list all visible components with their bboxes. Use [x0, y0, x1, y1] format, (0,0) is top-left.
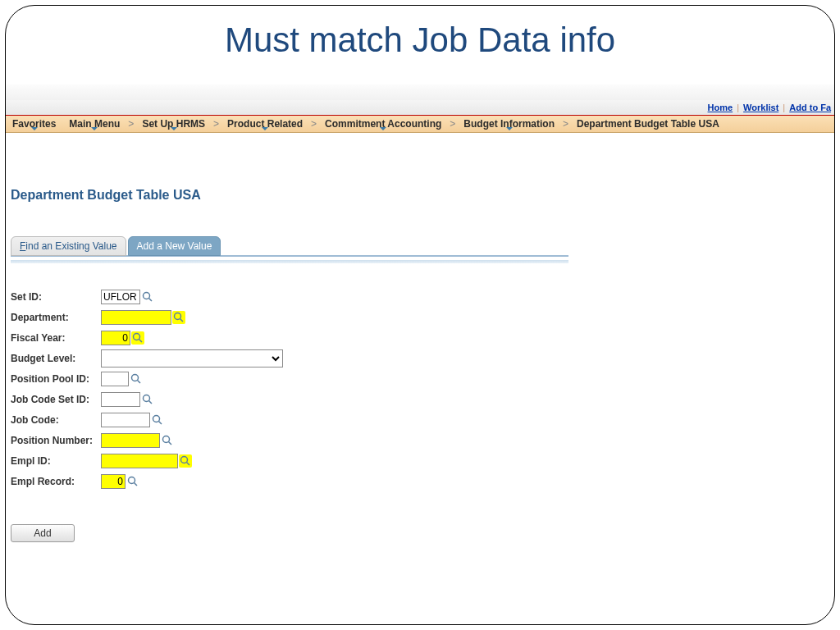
svg-line-15: [187, 462, 190, 465]
svg-line-13: [169, 441, 172, 445]
job-code-set-id-input[interactable]: [101, 392, 140, 407]
svg-point-12: [163, 436, 170, 442]
label-empl-record: Empl Record:: [11, 476, 101, 487]
tab-underline: [11, 260, 568, 263]
position-number-input[interactable]: [101, 433, 160, 448]
position-pool-id-input[interactable]: [101, 372, 129, 386]
svg-line-7: [138, 380, 141, 383]
home-link[interactable]: Home: [708, 103, 733, 112]
breadcrumb-separator: >: [126, 118, 135, 130]
set-id-input[interactable]: [101, 290, 140, 304]
breadcrumb-separator: >: [561, 118, 570, 130]
label-job-code-set-id: Job Code Set ID:: [11, 394, 101, 405]
svg-point-16: [129, 477, 135, 483]
label-position-pool-id: Position Pool ID:: [11, 373, 101, 385]
breadcrumb-separator: >: [309, 118, 318, 130]
label-budget-level: Budget Level:: [11, 353, 101, 364]
header-links: Home | Worklist | Add to Fa: [6, 100, 834, 115]
lookup-icon[interactable]: [131, 331, 144, 345]
lookup-icon[interactable]: [126, 475, 139, 488]
add-button[interactable]: Add: [11, 524, 75, 542]
breadcrumb: Favorites Main Menu > Set Up HRMS > Prod…: [6, 115, 834, 133]
empl-id-input[interactable]: [101, 454, 178, 468]
label-fiscal-year: Fiscal Year:: [11, 332, 101, 344]
breadcrumb-product-related[interactable]: Product Related: [221, 118, 309, 130]
page-content: Department Budget Table USA Find an Exis…: [6, 137, 834, 624]
tab-find-existing-value[interactable]: Find an Existing Value: [11, 236, 126, 256]
add-to-favorites-link[interactable]: Add to Fa: [789, 103, 831, 112]
label-department: Department:: [11, 312, 101, 323]
lookup-icon[interactable]: [141, 393, 154, 406]
svg-point-2: [175, 313, 181, 319]
label-set-id: Set ID:: [11, 291, 101, 303]
header-gradient: [6, 84, 834, 100]
job-code-input[interactable]: [101, 413, 150, 427]
svg-point-8: [144, 395, 150, 401]
lookup-icon[interactable]: [130, 372, 143, 386]
lookup-icon[interactable]: [179, 454, 192, 468]
department-input[interactable]: [101, 310, 171, 325]
svg-point-0: [144, 292, 150, 299]
svg-line-3: [180, 318, 184, 322]
label-empl-id: Empl ID:: [11, 455, 101, 467]
breadcrumb-separator: >: [448, 118, 457, 130]
worklist-link[interactable]: Worklist: [743, 103, 778, 112]
tab-label-rest: ind an Existing Value: [25, 240, 116, 252]
svg-line-9: [149, 400, 153, 404]
svg-point-4: [134, 333, 140, 340]
breadcrumb-current[interactable]: Department Budget Table USA: [570, 118, 726, 130]
page-title: Department Budget Table USA: [11, 188, 829, 203]
link-separator: |: [737, 103, 739, 112]
budget-level-select[interactable]: [101, 349, 283, 368]
svg-line-17: [135, 482, 138, 486]
svg-line-5: [139, 339, 143, 342]
label-position-number: Position Number:: [11, 435, 101, 446]
breadcrumb-favorites[interactable]: Favorites: [6, 118, 62, 130]
svg-point-14: [181, 456, 188, 463]
breadcrumb-main-menu[interactable]: Main Menu: [62, 118, 126, 130]
svg-line-1: [149, 298, 153, 301]
lookup-icon[interactable]: [141, 290, 154, 304]
breadcrumb-setup-hrms[interactable]: Set Up HRMS: [135, 118, 212, 130]
lookup-icon[interactable]: [172, 311, 185, 324]
breadcrumb-budget-information[interactable]: Budget Information: [457, 118, 561, 130]
lookup-icon[interactable]: [151, 413, 164, 427]
tab-add-new-value[interactable]: Add a New Value: [128, 236, 221, 256]
svg-point-10: [153, 415, 160, 422]
breadcrumb-commitment-accounting[interactable]: Commitment Accounting: [318, 118, 448, 130]
slide-title: Must match Job Data info: [6, 21, 834, 60]
label-job-code: Job Code:: [11, 414, 101, 426]
lookup-icon[interactable]: [161, 434, 174, 447]
svg-point-6: [132, 374, 139, 381]
fiscal-year-input[interactable]: [101, 331, 130, 345]
breadcrumb-separator: >: [212, 118, 221, 130]
tab-row: Find an Existing Value Add a New Value: [11, 235, 568, 257]
svg-line-11: [159, 421, 162, 424]
link-separator: |: [783, 103, 785, 112]
empl-record-input[interactable]: [101, 474, 126, 489]
